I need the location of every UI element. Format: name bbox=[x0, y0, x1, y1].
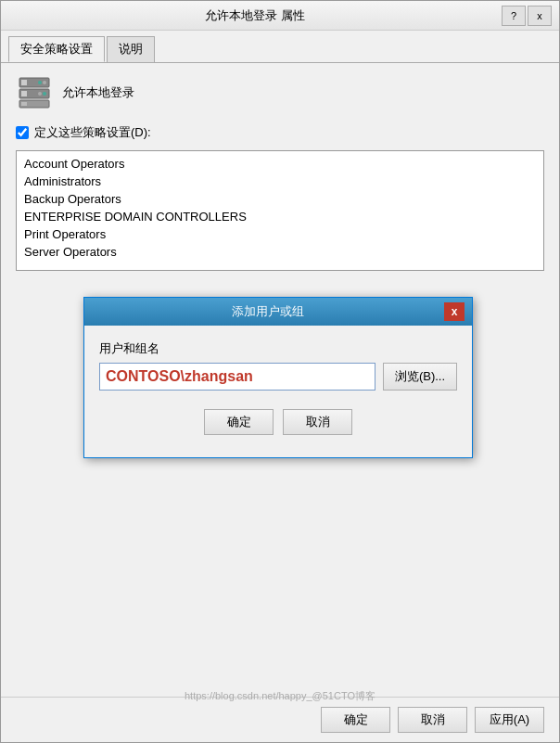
add-user-dialog: 添加用户或组 x 用户和组名 浏览(B)... 确定 取消 bbox=[83, 297, 473, 458]
dialog-close-button[interactable]: x bbox=[444, 302, 465, 321]
user-group-input[interactable] bbox=[99, 363, 375, 391]
dialog-title-bar: 添加用户或组 x bbox=[84, 298, 472, 326]
dialog-title: 添加用户或组 bbox=[92, 303, 444, 320]
dialog-overlay: 添加用户或组 x 用户和组名 浏览(B)... 确定 取消 bbox=[0, 0, 560, 743]
user-group-label: 用户和组名 bbox=[99, 340, 457, 357]
dialog-content: 用户和组名 浏览(B)... 确定 取消 bbox=[84, 326, 472, 457]
dialog-cancel-button[interactable]: 取消 bbox=[283, 409, 352, 435]
input-row: 浏览(B)... bbox=[99, 363, 457, 391]
dialog-buttons: 确定 取消 bbox=[99, 409, 457, 446]
dialog-ok-button[interactable]: 确定 bbox=[204, 409, 274, 435]
browse-button[interactable]: 浏览(B)... bbox=[383, 363, 457, 391]
